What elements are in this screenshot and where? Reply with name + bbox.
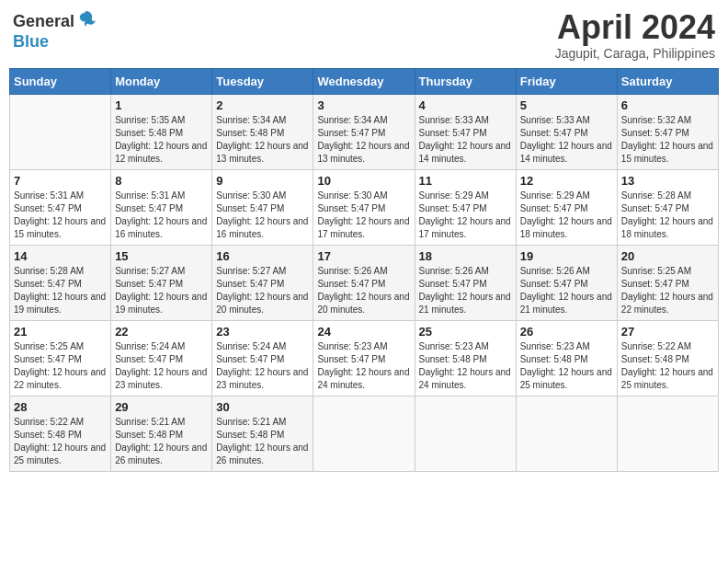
calendar-cell: 27Sunrise: 5:22 AMSunset: 5:48 PMDayligh… <box>617 320 718 396</box>
day-header-saturday: Saturday <box>617 68 718 94</box>
day-info: Sunrise: 5:31 AMSunset: 5:47 PMDaylight:… <box>14 190 107 241</box>
calendar-cell <box>313 396 415 471</box>
day-number: 18 <box>419 249 512 263</box>
day-info: Sunrise: 5:26 AMSunset: 5:47 PMDaylight:… <box>317 265 410 316</box>
calendar-cell: 25Sunrise: 5:23 AMSunset: 5:48 PMDayligh… <box>415 320 516 396</box>
day-number: 8 <box>115 174 208 188</box>
day-info: Sunrise: 5:22 AMSunset: 5:48 PMDaylight:… <box>621 340 714 392</box>
day-number: 16 <box>216 249 309 263</box>
day-info: Sunrise: 5:25 AMSunset: 5:47 PMDaylight:… <box>14 340 107 392</box>
day-number: 19 <box>520 249 613 263</box>
day-info: Sunrise: 5:23 AMSunset: 5:48 PMDaylight:… <box>520 340 613 392</box>
calendar-cell: 28Sunrise: 5:22 AMSunset: 5:48 PMDayligh… <box>10 396 111 471</box>
calendar-cell: 21Sunrise: 5:25 AMSunset: 5:47 PMDayligh… <box>10 320 111 396</box>
day-number: 29 <box>115 400 208 414</box>
calendar-cell: 24Sunrise: 5:23 AMSunset: 5:47 PMDayligh… <box>313 320 415 396</box>
day-info: Sunrise: 5:21 AMSunset: 5:48 PMDaylight:… <box>216 416 309 467</box>
day-info: Sunrise: 5:26 AMSunset: 5:47 PMDaylight:… <box>419 265 512 316</box>
calendar-cell: 5Sunrise: 5:33 AMSunset: 5:47 PMDaylight… <box>516 94 617 169</box>
day-info: Sunrise: 5:34 AMSunset: 5:47 PMDaylight:… <box>317 114 410 166</box>
day-info: Sunrise: 5:29 AMSunset: 5:47 PMDaylight:… <box>419 190 512 241</box>
calendar-cell: 16Sunrise: 5:27 AMSunset: 5:47 PMDayligh… <box>212 245 313 320</box>
day-header-friday: Friday <box>516 68 617 94</box>
calendar-cell: 9Sunrise: 5:30 AMSunset: 5:47 PMDaylight… <box>212 169 313 245</box>
day-info: Sunrise: 5:28 AMSunset: 5:47 PMDaylight:… <box>14 265 107 316</box>
calendar-cell: 12Sunrise: 5:29 AMSunset: 5:47 PMDayligh… <box>516 169 617 245</box>
calendar-cell: 26Sunrise: 5:23 AMSunset: 5:48 PMDayligh… <box>516 320 617 396</box>
calendar-cell: 7Sunrise: 5:31 AMSunset: 5:47 PMDaylight… <box>10 169 111 245</box>
month-title: April 2024 <box>555 9 715 46</box>
day-number: 30 <box>216 400 309 414</box>
day-number: 28 <box>14 400 107 414</box>
day-number: 24 <box>317 325 410 339</box>
day-info: Sunrise: 5:21 AMSunset: 5:48 PMDaylight:… <box>115 416 208 467</box>
day-number: 22 <box>115 325 208 339</box>
day-number: 2 <box>216 98 309 112</box>
day-info: Sunrise: 5:27 AMSunset: 5:47 PMDaylight:… <box>115 265 208 316</box>
calendar-cell <box>617 396 718 471</box>
day-number: 27 <box>621 325 714 339</box>
calendar-cell: 22Sunrise: 5:24 AMSunset: 5:47 PMDayligh… <box>111 320 212 396</box>
calendar-cell: 30Sunrise: 5:21 AMSunset: 5:48 PMDayligh… <box>212 396 313 471</box>
day-info: Sunrise: 5:34 AMSunset: 5:48 PMDaylight:… <box>216 114 309 166</box>
calendar-cell: 17Sunrise: 5:26 AMSunset: 5:47 PMDayligh… <box>313 245 415 320</box>
calendar-cell: 2Sunrise: 5:34 AMSunset: 5:48 PMDaylight… <box>212 94 313 169</box>
day-info: Sunrise: 5:23 AMSunset: 5:48 PMDaylight:… <box>419 340 512 392</box>
day-info: Sunrise: 5:32 AMSunset: 5:47 PMDaylight:… <box>621 114 714 166</box>
day-info: Sunrise: 5:35 AMSunset: 5:48 PMDaylight:… <box>115 114 208 166</box>
day-info: Sunrise: 5:29 AMSunset: 5:47 PMDaylight:… <box>520 190 613 241</box>
logo-blue-text: Blue <box>13 32 49 51</box>
day-number: 17 <box>317 249 410 263</box>
day-info: Sunrise: 5:24 AMSunset: 5:47 PMDaylight:… <box>115 340 208 392</box>
calendar-cell: 29Sunrise: 5:21 AMSunset: 5:48 PMDayligh… <box>111 396 212 471</box>
day-number: 23 <box>216 325 309 339</box>
calendar-cell: 11Sunrise: 5:29 AMSunset: 5:47 PMDayligh… <box>415 169 516 245</box>
day-number: 20 <box>621 249 714 263</box>
title-section: April 2024 Jagupit, Caraga, Philippines <box>555 9 715 61</box>
calendar-cell: 3Sunrise: 5:34 AMSunset: 5:47 PMDaylight… <box>313 94 415 169</box>
day-info: Sunrise: 5:23 AMSunset: 5:47 PMDaylight:… <box>317 340 410 392</box>
calendar-cell: 19Sunrise: 5:26 AMSunset: 5:47 PMDayligh… <box>516 245 617 320</box>
day-info: Sunrise: 5:33 AMSunset: 5:47 PMDaylight:… <box>419 114 512 166</box>
calendar-cell: 4Sunrise: 5:33 AMSunset: 5:47 PMDaylight… <box>415 94 516 169</box>
day-number: 11 <box>419 174 512 188</box>
calendar-cell: 20Sunrise: 5:25 AMSunset: 5:47 PMDayligh… <box>617 245 718 320</box>
calendar-cell: 6Sunrise: 5:32 AMSunset: 5:47 PMDaylight… <box>617 94 718 169</box>
day-number: 21 <box>14 325 107 339</box>
day-number: 1 <box>115 98 208 112</box>
calendar-cell <box>10 94 111 169</box>
calendar-cell: 14Sunrise: 5:28 AMSunset: 5:47 PMDayligh… <box>10 245 111 320</box>
calendar-cell <box>415 396 516 471</box>
day-number: 4 <box>419 98 512 112</box>
calendar-table: SundayMondayTuesdayWednesdayThursdayFrid… <box>9 68 719 472</box>
day-info: Sunrise: 5:33 AMSunset: 5:47 PMDaylight:… <box>520 114 613 166</box>
day-number: 12 <box>520 174 613 188</box>
logo: General Blue <box>13 9 97 51</box>
page-header: General Blue April 2024 Jagupit, Caraga,… <box>9 9 719 61</box>
day-number: 6 <box>621 98 714 112</box>
location-subtitle: Jagupit, Caraga, Philippines <box>555 46 715 61</box>
calendar-cell: 10Sunrise: 5:30 AMSunset: 5:47 PMDayligh… <box>313 169 415 245</box>
calendar-cell: 1Sunrise: 5:35 AMSunset: 5:48 PMDaylight… <box>111 94 212 169</box>
day-info: Sunrise: 5:30 AMSunset: 5:47 PMDaylight:… <box>216 190 309 241</box>
day-header-thursday: Thursday <box>415 68 516 94</box>
calendar-cell: 23Sunrise: 5:24 AMSunset: 5:47 PMDayligh… <box>212 320 313 396</box>
day-info: Sunrise: 5:26 AMSunset: 5:47 PMDaylight:… <box>520 265 613 316</box>
day-number: 9 <box>216 174 309 188</box>
day-info: Sunrise: 5:24 AMSunset: 5:47 PMDaylight:… <box>216 340 309 392</box>
day-number: 25 <box>419 325 512 339</box>
day-info: Sunrise: 5:30 AMSunset: 5:47 PMDaylight:… <box>317 190 410 241</box>
day-number: 14 <box>14 249 107 263</box>
day-number: 5 <box>520 98 613 112</box>
day-info: Sunrise: 5:28 AMSunset: 5:47 PMDaylight:… <box>621 190 714 241</box>
day-header-monday: Monday <box>111 68 212 94</box>
day-number: 7 <box>14 174 107 188</box>
day-number: 10 <box>317 174 410 188</box>
calendar-cell: 8Sunrise: 5:31 AMSunset: 5:47 PMDaylight… <box>111 169 212 245</box>
day-number: 15 <box>115 249 208 263</box>
day-header-sunday: Sunday <box>10 68 111 94</box>
day-info: Sunrise: 5:22 AMSunset: 5:48 PMDaylight:… <box>14 416 107 467</box>
calendar-cell <box>516 396 617 471</box>
logo-bird-icon <box>76 9 97 33</box>
day-number: 26 <box>520 325 613 339</box>
